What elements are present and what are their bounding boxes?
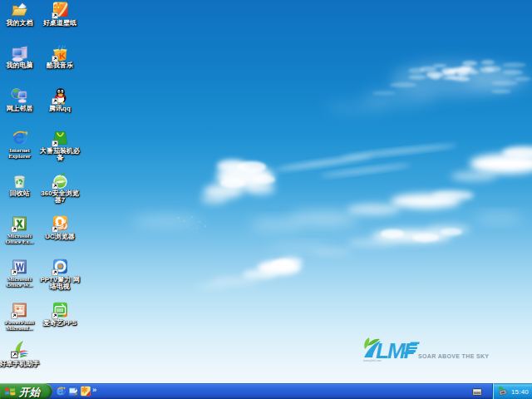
svg-text:www.ylmf.com: www.ylmf.com (363, 359, 382, 362)
svg-text:SOAR ABOVE THE SKY: SOAR ABOVE THE SKY (418, 353, 489, 359)
svg-text:K: K (58, 50, 66, 61)
